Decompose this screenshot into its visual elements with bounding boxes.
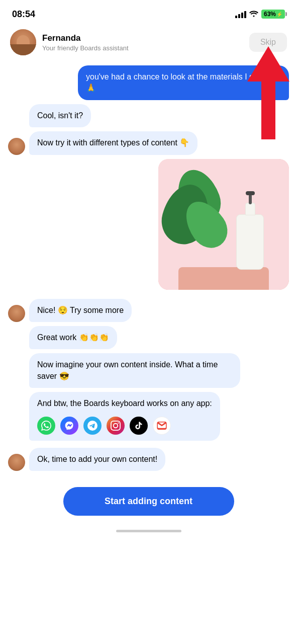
tiktok-icon (130, 417, 148, 435)
message-row: And btw, the Boards keyboard works on an… (8, 392, 289, 440)
status-icons: 63% ⚡ (235, 10, 285, 19)
header-left: Fernanda Your friendly Boards assistant (10, 29, 129, 55)
message-bubble: Nice! 😌 Try some more (29, 299, 132, 322)
wifi-icon (249, 10, 258, 19)
plant-decoration (163, 169, 234, 270)
home-bar (116, 530, 181, 532)
message-row: Ok, time to add your own content! (8, 448, 289, 471)
instagram-icon (107, 417, 125, 435)
status-time: 08:54 (12, 9, 35, 20)
message-row: you've had a chance to look at the mater… (8, 65, 289, 100)
home-indicator (0, 524, 297, 536)
avatar-small (8, 454, 25, 471)
skip-button[interactable]: Skip (249, 33, 287, 52)
status-bar: 08:54 63% ⚡ (0, 0, 297, 25)
message-row: Now imagine your own content inside. Wha… (8, 353, 289, 388)
message-bubble: Now imagine your own content inside. Wha… (29, 353, 240, 388)
messenger-icon (60, 417, 78, 435)
gmail-icon (153, 417, 171, 435)
message-bubble: Now try it with different types of conte… (29, 131, 197, 154)
chat-area: you've had a chance to look at the mater… (0, 61, 297, 479)
contact-subtitle: Your friendly Boards assistant (42, 44, 129, 52)
cta-container: Start adding content (0, 479, 297, 524)
header-info: Fernanda Your friendly Boards assistant (42, 33, 129, 52)
avatar (10, 29, 36, 55)
image-bubble (158, 159, 289, 290)
contact-name: Fernanda (42, 33, 129, 43)
message-row: Nice! 😌 Try some more (8, 299, 289, 322)
message-bubble: you've had a chance to look at the mater… (78, 65, 289, 100)
avatar-small (8, 305, 25, 322)
signal-icon (235, 10, 246, 18)
message-bubble: Cool, isn't it? (29, 104, 91, 127)
battery-icon: 63% ⚡ (261, 10, 285, 19)
message-row: Great work 👏👏👏 (8, 326, 289, 349)
message-bubble: Great work 👏👏👏 (29, 326, 117, 349)
message-bubble: Ok, time to add your own content! (29, 448, 165, 471)
telegram-icon (83, 417, 102, 435)
message-row: Now try it with different types of conte… (8, 131, 289, 154)
message-bubble: And btw, the Boards keyboard works on an… (29, 392, 220, 440)
app-icons-row (37, 417, 212, 435)
whatsapp-icon (37, 417, 55, 435)
avatar-small (8, 138, 25, 155)
image-message-row (8, 159, 289, 295)
header: Fernanda Your friendly Boards assistant … (0, 25, 297, 61)
start-adding-content-button[interactable]: Start adding content (63, 487, 234, 516)
message-row: Cool, isn't it? (8, 104, 289, 127)
bottle-decoration (236, 204, 264, 270)
